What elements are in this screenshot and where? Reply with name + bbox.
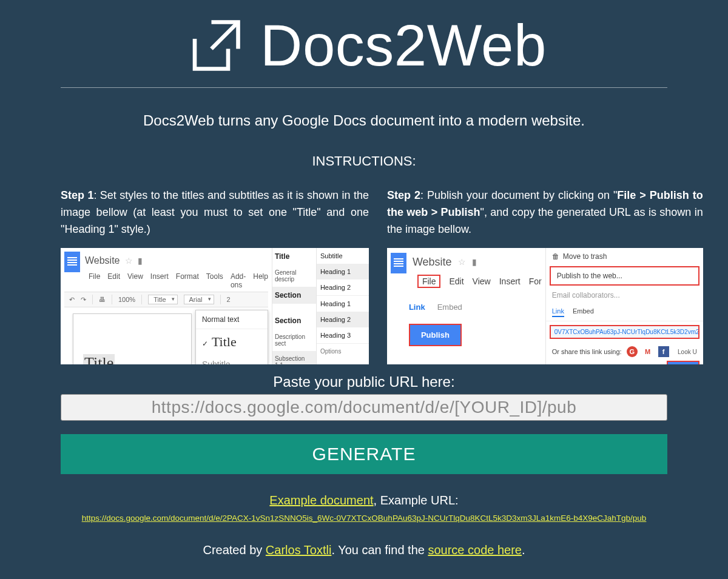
font-dropdown: Arial <box>184 295 214 304</box>
file-highlight: File <box>417 275 441 288</box>
right-panel: 🗑Move to trash Publish to the web... Ema… <box>545 248 703 364</box>
brand-name: Docs2Web <box>260 12 547 79</box>
external-link-icon <box>181 12 248 79</box>
generate-button[interactable]: GENERATE <box>61 434 667 474</box>
step-1: Step 1: Set styles to the titles and sub… <box>61 187 369 364</box>
docs-icon <box>391 253 406 273</box>
outline-panel: Title General descrip Section Section De… <box>272 248 316 364</box>
publish-tabs: Link Embed <box>409 303 542 312</box>
google-plus-icon: G <box>627 346 638 357</box>
doc-title: Website <box>85 255 120 266</box>
publish-button: Publish <box>409 324 462 346</box>
step-1-screenshot: Website ☆ ▮ FileEdit ViewInsert FormatTo… <box>61 248 369 364</box>
url-input[interactable] <box>61 394 667 421</box>
example-document-link[interactable]: Example document <box>269 494 373 507</box>
styles-popup: Normal text Title Subtitle <box>195 310 268 364</box>
styles-panel: Subtitle Heading 1 Heading 2 Heading 1 H… <box>316 248 369 364</box>
source-code-link[interactable]: source code here <box>428 543 522 557</box>
step-2: Step 2: Publish your document by clickin… <box>387 187 703 364</box>
url-highlight: 0V7XTCxOBuhPAu63pJ-NCUrTlqDu8KCtL5k3D2vm… <box>550 325 699 339</box>
tagline: Docs2Web turns any Google Docs document … <box>61 112 667 129</box>
trash-icon: 🗑 <box>552 252 559 261</box>
facebook-icon: f <box>658 346 669 357</box>
steps-row: Step 1: Set styles to the titles and sub… <box>61 187 667 364</box>
docs-icon <box>64 252 80 272</box>
header: Docs2Web <box>61 12 667 81</box>
menu-bar: FileEdit ViewInsert FormatTools Add-onsH… <box>89 272 268 289</box>
author-link[interactable]: Carlos Toxtli <box>266 543 332 557</box>
star-icon: ☆ <box>458 257 466 267</box>
star-icon: ☆ <box>125 256 133 266</box>
folder-icon: ▮ <box>472 257 477 267</box>
folder-icon: ▮ <box>138 256 143 266</box>
style-dropdown: Title <box>148 295 177 304</box>
step-2-text: Step 2: Publish your document by clickin… <box>387 187 703 242</box>
instructions-heading: INSTRUCTIONS: <box>61 153 667 169</box>
step-1-text: Step 1: Set styles to the titles and sub… <box>61 187 369 242</box>
example-url-link[interactable]: https://docs.google.com/document/d/e/2PA… <box>82 514 647 523</box>
step-2-screenshot: Website ☆ ▮ File EditView InsertFor Link… <box>387 248 703 364</box>
doc-title: Website <box>413 256 452 269</box>
menu-bar: File EditView InsertFor <box>417 275 542 288</box>
credits: Created by Carlos Toxtli. You can find t… <box>61 543 667 557</box>
toolbar: ↶↷ 🖶 100% Title Arial 2 <box>64 292 268 307</box>
paste-label: Paste your public URL here: <box>61 373 667 390</box>
gmail-icon: M <box>642 346 653 357</box>
copy-highlight: Copy <box>667 361 699 364</box>
example-line: Example document, Example URL: <box>61 494 667 507</box>
publish-menu-highlight: Publish to the web... <box>550 266 699 286</box>
doc-page: Title <box>73 313 192 364</box>
divider <box>61 87 667 88</box>
example-url: https://docs.google.com/document/d/e/2PA… <box>61 514 667 523</box>
